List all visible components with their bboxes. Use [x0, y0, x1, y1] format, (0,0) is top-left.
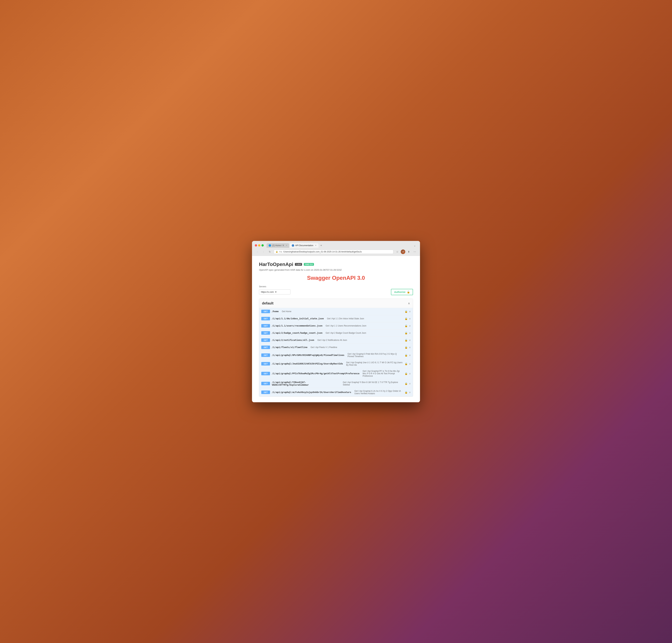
lock-icon: 🔒	[405, 324, 408, 327]
method-badge: GET	[261, 331, 270, 335]
method-badge: GET	[261, 338, 270, 342]
expand-icon[interactable]: ∨	[409, 346, 411, 349]
endpoint-item[interactable]: GET /i/api/graphql/aLfvAoX6xy2ojqzOnkbrI…	[259, 388, 413, 397]
endpoint-item[interactable]: GET /home Get Home 🔒 ∨	[259, 308, 413, 315]
method-badge: GET	[261, 390, 270, 394]
browser-chrome: (2) Home / X ✕ API Documentation ✕ + ⌄ ‹…	[252, 241, 420, 256]
endpoint-item[interactable]: GET /i/api/2/notifications/all.json Get …	[259, 337, 413, 344]
protocol-label: File	[279, 251, 282, 253]
avatar-label: LD	[402, 251, 404, 253]
url-text: /Users/nghiatran/Desktop/output/x.com_01…	[283, 251, 362, 253]
globe-icon	[292, 244, 294, 247]
new-tab-button[interactable]: +	[319, 243, 323, 248]
endpoint-path: /home	[272, 310, 279, 313]
endpoint-item[interactable]: GET /i/api/2/badge_count/badge_count.jso…	[259, 329, 413, 337]
endpoint-item[interactable]: GET /i/api/1.1/dm/inbox_initial_state.js…	[259, 315, 413, 322]
bookmark-button[interactable]: ☆	[395, 249, 400, 254]
endpoint-item[interactable]: GET /i/api/graphql/0PstbMztRIA0BFvq2gWyx…	[259, 351, 413, 360]
endpoint-path: /i/api/graphql/0PstbMztRIA0BFvq2gWyxQ/Pi…	[272, 354, 344, 356]
share-button[interactable]: ⬆	[406, 249, 411, 254]
endpoint-right: 🔒 ∨	[405, 362, 411, 365]
endpoint-right: 🔒 ∨	[405, 339, 411, 341]
endpoint-summary: Get I Api Graphql A Lfv Ao X 6 Xy 2 Ojqz…	[355, 390, 403, 395]
method-badge: GET	[261, 372, 270, 375]
endpoint-summary: Get I Api 2 Badge Count Badge Count Json	[326, 332, 366, 334]
servers-row: https://x.com ▾ Authorize 🔓	[259, 289, 413, 295]
lock-icon: 🔒	[405, 354, 408, 356]
forward-button[interactable]: ›	[261, 249, 266, 254]
authorize-button[interactable]: Authorize 🔓	[391, 289, 413, 295]
endpoint-path: /i/api/fleets/v1/fleetline	[272, 346, 308, 349]
method-badge: GET	[261, 353, 270, 357]
server-select[interactable]: https://x.com ▾	[259, 289, 290, 294]
endpoint-right: 🔒 ∨	[405, 324, 411, 327]
version-badge: 1.0.0	[295, 263, 302, 266]
tab-home-close[interactable]: ✕	[286, 244, 287, 246]
authorize-label: Authorize	[394, 291, 406, 293]
endpoint-summary: Get I Api Graphql PF Ix Tk 8 Ow Mo Zgi M…	[363, 370, 403, 377]
lock-icon: 🔒	[405, 362, 408, 365]
expand-icon[interactable]: ∨	[409, 324, 411, 327]
servers-section: Servers https://x.com ▾ Authorize 🔓	[259, 286, 413, 295]
endpoint-item[interactable]: GET /i/api/graphql/JnwU1UO8J1tWlOJktPZIz…	[259, 360, 413, 368]
expand-icon[interactable]: ∨	[409, 317, 411, 320]
tab-home-label: (2) Home / X	[272, 244, 284, 247]
close-button[interactable]	[255, 244, 257, 246]
expand-icon[interactable]: ∨	[409, 310, 411, 313]
endpoint-item[interactable]: GET /i/api/graphql/YIBon8jbf-VbEE1t8TTRT…	[259, 379, 413, 388]
minimize-button[interactable]	[258, 244, 261, 246]
api-description: OpenAPI spec generated from HAR data for…	[259, 269, 413, 271]
expand-icon[interactable]: ∨	[409, 391, 411, 394]
section-header[interactable]: default ∧	[259, 299, 413, 308]
servers-label: Servers	[259, 286, 413, 288]
expand-icon[interactable]: ∨	[409, 362, 411, 365]
lock-icon: 🔒	[405, 331, 408, 335]
file-icon: 🔒	[276, 251, 278, 253]
endpoint-path: /i/api/2/notifications/all.json	[272, 339, 314, 341]
endpoint-right: 🔒 ∨	[405, 372, 411, 375]
browser-actions: ☆ LD ⬆ ⋯	[395, 249, 417, 254]
method-badge: GET	[261, 317, 270, 320]
lock-icon: 🔓	[407, 291, 410, 293]
endpoint-item[interactable]: GET /i/api/graphql/PFIxTk8owMoZgiMccP0r4…	[259, 368, 413, 379]
swagger-heading: Swagger OpenAPI 3.0	[259, 275, 413, 281]
user-avatar[interactable]: LD	[401, 250, 405, 254]
section-title: default	[262, 301, 274, 305]
api-title-row: HarToOpenApi 1.0.0 OAS 3.0	[259, 262, 413, 267]
lock-icon: 🔒	[405, 391, 408, 394]
endpoint-summary: Get I Api Graphql YI Bon 8 Jbf Vb EE 1 T…	[343, 381, 403, 386]
back-button[interactable]: ‹	[255, 249, 260, 254]
tab-home[interactable]: (2) Home / X ✕	[266, 243, 289, 248]
address-bar[interactable]: 🔒 File /Users/nghiatran/Desktop/output/x…	[274, 250, 393, 254]
menu-button[interactable]: ⋯	[412, 249, 417, 254]
expand-icon[interactable]: ∨	[409, 339, 411, 341]
api-title: HarToOpenApi	[259, 262, 293, 267]
extensions-button[interactable]: ⌄	[412, 243, 417, 248]
lock-icon: 🔒	[405, 310, 408, 313]
browser-window: (2) Home / X ✕ API Documentation ✕ + ⌄ ‹…	[252, 241, 420, 402]
endpoint-right: 🔒 ∨	[405, 382, 411, 385]
server-select-chevron: ▾	[275, 291, 276, 293]
lock-icon: 🔒	[405, 382, 408, 385]
expand-icon[interactable]: ∨	[409, 382, 411, 385]
method-badge: GET	[261, 382, 270, 385]
endpoint-summary: Get I Api 1 1 Dm Inbox Initial State Jso…	[327, 317, 364, 320]
tab-api-docs[interactable]: API Documentation ✕	[290, 243, 319, 248]
x-icon	[268, 244, 271, 247]
endpoint-summary: Get I Api 2 Notifications All Json	[317, 339, 347, 341]
endpoint-right: 🔒 ∨	[405, 346, 411, 349]
endpoint-item[interactable]: GET /i/api/fleets/v1/fleetline Get I Api…	[259, 344, 413, 351]
endpoint-path: /i/api/graphql/PFIxTk8owMoZgiMccP0r4g/ge…	[272, 372, 359, 375]
expand-icon[interactable]: ∨	[409, 354, 411, 356]
endpoint-path: /i/api/graphql/aLfvAoX6xy2ojqzOnkbrIA/Us…	[272, 391, 351, 393]
method-badge: GET	[261, 310, 270, 313]
endpoint-item[interactable]: GET /i/api/1.1/users/recommendations.jso…	[259, 322, 413, 329]
default-section: default ∧ GET /home Get Home 🔒 ∨ GET /i/…	[259, 299, 413, 397]
lock-icon: 🔒	[405, 372, 408, 375]
maximize-button[interactable]	[262, 244, 264, 246]
reload-button[interactable]: ↻	[267, 249, 272, 254]
expand-icon[interactable]: ∨	[409, 372, 411, 375]
tab-api-docs-close[interactable]: ✕	[315, 244, 316, 246]
expand-icon[interactable]: ∨	[409, 331, 411, 335]
oas-badge: OAS 3.0	[304, 263, 314, 266]
